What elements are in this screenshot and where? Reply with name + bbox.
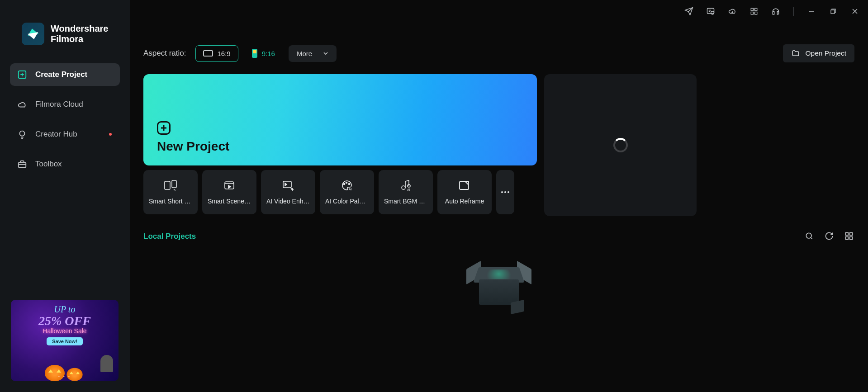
promo-line2: 25% OFF [38,315,91,327]
plus-square-icon [17,70,27,80]
apps-grid-icon[interactable] [749,6,759,16]
tool-smart-scene-cut[interactable]: Smart Scene Cut [202,170,256,214]
svg-rect-5 [751,8,753,10]
grid-view-icon[interactable] [844,231,854,241]
tool-label: Smart Scene Cut [205,198,254,205]
svg-rect-11 [172,180,176,188]
scene-cut-icon [223,179,236,192]
tools-row: Smart Short Cli... Smart Scene Cut AI Vi… [143,170,537,214]
tool-auto-reframe[interactable]: Auto Reframe [437,170,492,214]
svg-rect-9 [831,10,835,14]
tool-smart-bgm[interactable]: AI Smart BGM Ge... [379,170,433,214]
open-project-label: Open Project [806,49,846,57]
tool-ai-color-palette[interactable]: AI AI Color Palette [320,170,374,214]
sidebar: Wondershare Filmora Create Project Filmo… [0,0,130,392]
sidebar-nav: Create Project Filmora Cloud Creator Hub… [0,63,130,175]
window-minimize-button[interactable] [806,6,816,16]
svg-text:AI: AI [407,188,410,191]
app-logo: Wondershare Filmora [0,23,130,45]
aspect-ratio-16-9-button[interactable]: 16:9 [195,45,238,62]
sidebar-item-create-project[interactable]: Create Project [10,63,120,86]
new-project-label: New Project [157,139,523,154]
tool-smart-short-clips[interactable]: Smart Short Cli... [143,170,198,214]
aspect-ratio-9-16-button[interactable]: 9:16 [245,45,282,62]
loading-spinner-icon [613,138,628,152]
plus-icon [157,121,171,135]
aspect-ratio-more-button[interactable]: More [289,45,337,62]
svg-point-22 [501,191,503,193]
svg-point-16 [349,184,350,185]
svg-rect-29 [850,237,853,240]
svg-point-18 [402,186,405,189]
svg-point-24 [508,191,509,193]
app-logo-text: Wondershare Filmora [51,24,108,44]
tool-label: Smart BGM Ge... [381,198,430,205]
tools-more-button[interactable] [496,170,514,214]
tool-label: Smart Short Cli... [146,198,195,205]
main-area: Aspect ratio: 16:9 9:16 More Open Projec… [130,0,868,392]
chevron-down-icon [323,51,328,56]
sidebar-item-label: Create Project [35,70,87,79]
notification-dot [109,133,112,136]
cloud-download-icon[interactable] [727,6,737,16]
local-projects-header: Local Projects [143,231,854,241]
aspect-ratio-value: 16:9 [218,50,231,57]
svg-rect-3 [707,8,714,14]
svg-rect-2 [19,162,26,167]
promo-save-button[interactable]: Save Now! [47,337,83,345]
lightbulb-icon [17,129,27,139]
titlebar-separator [793,7,794,16]
sidebar-item-label: Creator Hub [35,130,77,139]
svg-rect-27 [850,233,853,236]
open-project-button[interactable]: Open Project [783,44,854,62]
svg-point-1 [20,131,25,136]
content: Aspect ratio: 16:9 9:16 More Open Projec… [130,0,868,314]
svg-point-25 [806,233,811,238]
promo-banner[interactable]: UP to 25% OFF Halloween Sale Save Now! •… [11,300,119,381]
svg-point-23 [504,191,506,193]
window-restore-button[interactable] [828,6,838,16]
svg-rect-26 [846,233,849,236]
color-palette-icon: AI [340,179,354,192]
promo-line1: UP to [54,304,76,315]
sidebar-item-filmora-cloud[interactable]: Filmora Cloud [10,93,120,116]
tool-label: AI Color Palette [323,198,371,205]
svg-point-14 [344,184,345,185]
send-icon[interactable] [684,6,694,16]
aspect-ratio-label: Aspect ratio: [143,49,186,58]
side-panel-loading [544,74,697,216]
svg-rect-7 [751,12,753,14]
new-project-button[interactable]: New Project [143,74,537,165]
reframe-icon [458,179,471,192]
sidebar-item-toolbox[interactable]: Toolbox [10,153,120,175]
sidebar-item-creator-hub[interactable]: Creator Hub [10,123,120,146]
svg-point-15 [346,182,347,184]
app-logo-mark [22,23,44,45]
promo-line3: Halloween Sale [43,327,86,335]
tool-ai-video-enhancer[interactable]: AI Video Enhan... [261,170,315,214]
headset-icon[interactable] [771,6,781,16]
svg-rect-10 [165,181,170,189]
search-icon[interactable] [805,231,815,241]
toolbox-icon [17,159,27,169]
portrait-icon [252,49,257,58]
feedback-icon[interactable] [706,6,716,16]
carousel-dots: • • • [11,374,119,378]
sidebar-item-label: Filmora Cloud [35,100,83,109]
titlebar [684,6,860,16]
svg-rect-28 [846,237,849,240]
more-horizontal-icon [501,191,510,194]
refresh-icon[interactable] [825,231,835,241]
more-label: More [297,50,312,57]
landscape-icon [203,50,213,57]
sidebar-item-label: Toolbox [35,160,62,169]
svg-rect-6 [755,8,757,10]
app-name-line1: Wondershare [51,24,108,34]
top-row: Aspect ratio: 16:9 9:16 More Open Projec… [143,44,854,62]
svg-rect-21 [460,181,469,189]
video-enhance-icon [281,179,295,192]
hero-row: New Project Smart Short Cli... Smart Sce… [143,74,854,216]
tool-label: Auto Reframe [440,198,489,205]
window-close-button[interactable] [850,6,860,16]
folder-icon [791,49,800,57]
